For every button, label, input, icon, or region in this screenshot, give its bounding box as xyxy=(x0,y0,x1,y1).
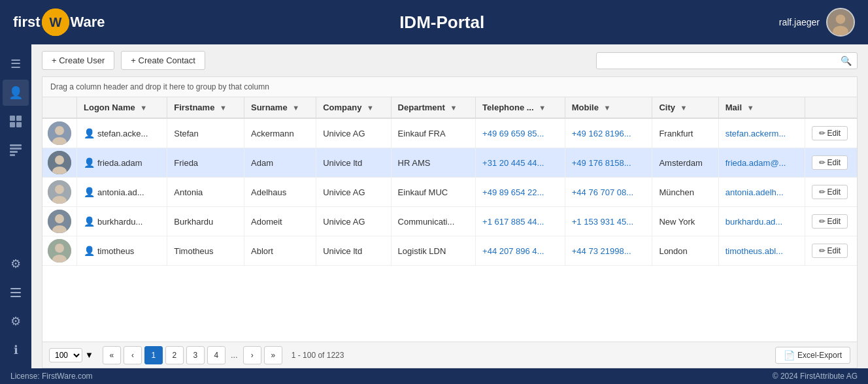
sidebar-item-settings[interactable]: ⚙ xyxy=(3,251,29,277)
mail-link[interactable]: frieda.adam@... xyxy=(726,158,786,168)
cell-company: Univice ltd xyxy=(316,148,391,178)
create-contact-button[interactable]: + Create Contact xyxy=(121,51,205,70)
search-bar: 🔍 xyxy=(596,52,858,69)
sidebar-item-dashboard[interactable] xyxy=(3,108,29,135)
mail-link[interactable]: stefan.ackerm... xyxy=(726,129,786,138)
sort-mobile-icon: ▼ xyxy=(604,104,611,112)
table-scroll[interactable]: Logon Name ▼ Firstname ▼ Surname ▼ Compa… xyxy=(42,97,857,342)
table-header-row: Logon Name ▼ Firstname ▼ Surname ▼ Compa… xyxy=(42,97,857,118)
col-mobile[interactable]: Mobile ▼ xyxy=(565,97,652,118)
mail-link[interactable]: timotheus.abl... xyxy=(726,246,783,256)
sidebar-item-tasks[interactable] xyxy=(3,280,29,306)
avatar[interactable] xyxy=(826,8,855,37)
edit-button[interactable]: ✏ Edit xyxy=(812,214,848,229)
cell-telephone: +49 69 659 85... xyxy=(476,118,565,148)
search-icon[interactable]: 🔍 xyxy=(841,56,852,66)
telephone-link[interactable]: +44 207 896 4... xyxy=(482,246,544,256)
telephone-link[interactable]: +49 69 659 85... xyxy=(482,129,544,138)
mobile-link[interactable]: +44 76 707 08... xyxy=(572,187,633,197)
col-mail[interactable]: Mail ▼ xyxy=(718,97,805,118)
col-photo xyxy=(42,97,77,118)
page-2-button[interactable]: 2 xyxy=(165,346,184,364)
col-company[interactable]: Company ▼ xyxy=(316,97,391,118)
create-user-button[interactable]: + Create User xyxy=(42,51,114,70)
edit-button[interactable]: ✏ Edit xyxy=(812,155,848,170)
cell-logon: 👤timotheus xyxy=(77,236,167,266)
svg-rect-11 xyxy=(10,151,18,153)
svg-point-17 xyxy=(55,126,64,135)
excel-export-button[interactable]: 📄 Excel-Export xyxy=(775,347,850,364)
toolbar: + Create User + Create Contact 🔍 xyxy=(31,44,868,76)
cell-firstname: Antonia xyxy=(167,178,244,207)
next-page-button[interactable]: › xyxy=(243,346,261,364)
per-page-select[interactable]: 100 50 25 xyxy=(49,348,82,362)
edit-button[interactable]: ✏ Edit xyxy=(812,185,848,199)
cell-city: London xyxy=(652,236,718,266)
cell-firstname: Burkhardu xyxy=(167,207,244,236)
logo-ware: Ware xyxy=(71,14,105,31)
mobile-link[interactable]: +49 176 8158... xyxy=(572,158,631,168)
cell-surname: Ablort xyxy=(244,236,316,266)
cell-mobile: +44 73 21998... xyxy=(565,236,652,266)
svg-text:W: W xyxy=(49,15,61,29)
username-label: ralf.jaeger xyxy=(779,17,820,27)
telephone-link[interactable]: +31 20 445 44... xyxy=(482,158,544,168)
sort-city-icon: ▼ xyxy=(680,104,688,112)
col-firstname[interactable]: Firstname ▼ xyxy=(167,97,244,118)
svg-rect-7 xyxy=(10,122,15,127)
col-department[interactable]: Department ▼ xyxy=(391,97,475,118)
page-info: 1 - 100 of 1223 xyxy=(292,351,344,360)
header: first W Ware IDM-Portal ralf.jaeger xyxy=(0,0,868,44)
mobile-link[interactable]: +49 162 8196... xyxy=(572,129,631,138)
mail-link[interactable]: burkhardu.ad... xyxy=(726,217,782,227)
edit-icon: ✏ xyxy=(819,158,826,167)
cell-mail: antonia.adelh... xyxy=(718,178,805,207)
excel-icon: 📄 xyxy=(784,350,795,360)
cell-telephone: +49 89 654 22... xyxy=(476,178,565,207)
logon-value: burkhardu... xyxy=(97,217,142,227)
page-1-button[interactable]: 1 xyxy=(144,346,163,364)
edit-button[interactable]: ✏ Edit xyxy=(812,126,848,140)
footer-right: © 2024 FirstAttribute AG xyxy=(773,372,858,381)
svg-rect-13 xyxy=(10,288,21,289)
edit-icon: ✏ xyxy=(819,129,826,138)
page-3-button[interactable]: 3 xyxy=(186,346,205,364)
table-row: 👤stefan.acke...StefanAckermannUnivice AG… xyxy=(42,118,857,148)
mobile-link[interactable]: +1 153 931 45... xyxy=(572,217,633,227)
col-telephone[interactable]: Telephone ... ▼ xyxy=(476,97,565,118)
excel-export-label: Excel-Export xyxy=(797,351,842,360)
per-page-selector: 100 50 25 ▼ xyxy=(49,348,93,362)
main-layout: ☰ 👤 ⚙ ⚙ xyxy=(0,44,868,368)
svg-point-23 xyxy=(55,185,64,194)
col-surname[interactable]: Surname ▼ xyxy=(244,97,316,118)
first-page-button[interactable]: « xyxy=(103,346,121,364)
svg-point-26 xyxy=(55,214,64,223)
mail-link[interactable]: antonia.adelh... xyxy=(726,187,784,197)
sort-logon-icon: ▼ xyxy=(140,104,147,112)
sidebar-item-info[interactable]: ℹ xyxy=(3,337,29,363)
sidebar-item-config[interactable]: ⚙ xyxy=(3,308,29,334)
last-page-button[interactable]: » xyxy=(264,346,282,364)
user-type-icon: 👤 xyxy=(84,216,95,227)
svg-point-29 xyxy=(55,244,64,253)
sidebar-item-reports[interactable] xyxy=(3,137,29,163)
sidebar-item-menu[interactable]: ☰ xyxy=(3,51,29,77)
cell-mail: timotheus.abl... xyxy=(718,236,805,266)
prev-page-button[interactable]: ‹ xyxy=(124,346,142,364)
sidebar-item-users[interactable]: 👤 xyxy=(3,80,29,106)
mobile-link[interactable]: +44 73 21998... xyxy=(572,246,631,256)
col-logon[interactable]: Logon Name ▼ xyxy=(77,97,167,118)
cell-company: Univice AG xyxy=(316,178,391,207)
svg-point-3 xyxy=(836,14,846,24)
telephone-link[interactable]: +1 617 885 44... xyxy=(482,217,544,227)
page-4-button[interactable]: 4 xyxy=(207,346,225,364)
cell-action: ✏ Edit xyxy=(805,148,857,178)
cell-photo xyxy=(42,236,77,266)
col-city[interactable]: City ▼ xyxy=(652,97,718,118)
telephone-link[interactable]: +49 89 654 22... xyxy=(482,187,544,197)
search-input[interactable] xyxy=(602,56,841,65)
cell-telephone: +44 207 896 4... xyxy=(476,236,565,266)
cell-mail: burkhardu.ad... xyxy=(718,207,805,236)
svg-rect-6 xyxy=(16,116,22,121)
edit-button[interactable]: ✏ Edit xyxy=(812,244,848,258)
